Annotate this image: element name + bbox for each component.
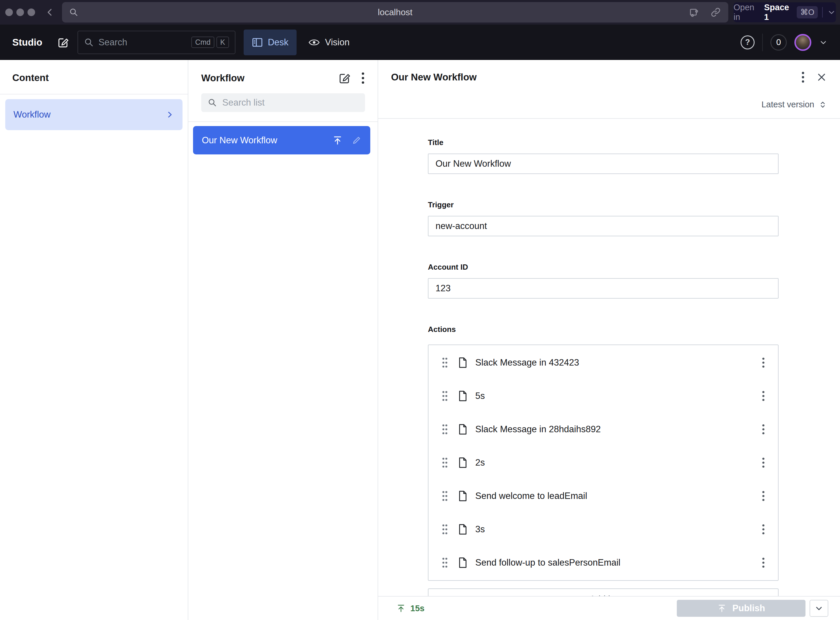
select-updown-icon[interactable] xyxy=(818,100,827,109)
list-item-our-new-workflow[interactable]: Our New Workflow xyxy=(193,126,370,154)
field-label: Actions xyxy=(428,325,778,334)
kebab-menu-icon xyxy=(361,72,365,84)
drag-handle-icon[interactable] xyxy=(441,357,449,369)
action-row[interactable]: 2s xyxy=(429,446,778,479)
kebab-menu-icon xyxy=(762,390,765,402)
publish-up-icon xyxy=(332,135,343,146)
list-pane-header: Workflow xyxy=(188,60,378,122)
action-row-label: 2s xyxy=(475,457,762,468)
action-row-menu-button[interactable] xyxy=(762,457,765,468)
document-icon xyxy=(458,524,468,535)
field-account-id: Account ID xyxy=(428,263,778,299)
add-item-label: Add item... xyxy=(589,594,633,596)
browser-chrome: localhost Open in Space 1 ⌘O xyxy=(0,0,840,24)
publish-up-icon xyxy=(396,603,406,613)
global-search-input[interactable] xyxy=(99,37,187,48)
chevron-down-icon[interactable] xyxy=(827,8,836,17)
publish-button[interactable]: Publish xyxy=(677,600,805,617)
version-select[interactable]: Latest version xyxy=(761,100,814,109)
zoom-window-button[interactable] xyxy=(27,9,35,16)
sidebar-item-label: Workflow xyxy=(14,109,166,120)
notifications-badge[interactable]: 0 xyxy=(771,34,787,51)
drag-handle-icon[interactable] xyxy=(441,490,449,502)
close-window-button[interactable] xyxy=(5,9,13,16)
publish-menu-button[interactable] xyxy=(810,600,828,617)
create-new-document-button[interactable] xyxy=(338,72,351,84)
action-row-menu-button[interactable] xyxy=(762,390,765,402)
help-button[interactable]: ? xyxy=(741,35,754,50)
trigger-field[interactable] xyxy=(428,216,778,236)
new-document-compose-button[interactable] xyxy=(57,36,69,48)
action-row-label: 5s xyxy=(475,391,762,401)
extensions-puzzle-icon[interactable] xyxy=(688,7,699,18)
drag-handle-icon[interactable] xyxy=(441,524,449,535)
link-icon[interactable] xyxy=(710,7,721,18)
studio-header: Studio Cmd K Desk Vision ? 0 xyxy=(0,24,840,60)
back-icon[interactable] xyxy=(45,7,55,17)
url-bar[interactable]: localhost xyxy=(62,2,728,23)
sidebar-item-workflow[interactable]: Workflow xyxy=(5,99,182,130)
document-icon xyxy=(458,423,468,435)
publish-label: Publish xyxy=(732,603,765,614)
tab-vision-label: Vision xyxy=(325,37,349,48)
window-controls xyxy=(5,9,35,16)
action-row-menu-button[interactable] xyxy=(762,524,765,535)
action-row-label: 3s xyxy=(475,524,762,534)
field-trigger: Trigger xyxy=(428,200,778,236)
list-search-input[interactable] xyxy=(222,97,358,108)
divider xyxy=(762,34,763,51)
action-row-menu-button[interactable] xyxy=(762,557,765,569)
list-item-label: Our New Workflow xyxy=(202,135,324,146)
action-row-menu-button[interactable] xyxy=(762,357,765,369)
document-menu-button[interactable] xyxy=(801,71,805,83)
close-pane-button[interactable] xyxy=(816,72,827,83)
document-icon xyxy=(458,557,468,569)
document-icon xyxy=(458,457,468,468)
kebab-menu-icon xyxy=(762,423,765,435)
document-footer: 15s Publish xyxy=(378,596,840,620)
field-label: Account ID xyxy=(428,263,778,272)
action-row[interactable]: 5s xyxy=(429,379,778,413)
main-area: Content Workflow Workflow xyxy=(0,60,840,620)
actions-list: Slack Message in 432423 5s xyxy=(428,345,778,581)
add-item-button[interactable]: Add item... xyxy=(428,588,778,596)
open-in-space-button[interactable]: Open in Space 1 ⌘O xyxy=(733,2,836,22)
kebab-menu-icon xyxy=(762,557,765,569)
url-text: localhost xyxy=(62,7,728,17)
action-row[interactable]: Slack Message in 432423 xyxy=(429,346,778,379)
drag-handle-icon[interactable] xyxy=(441,557,449,569)
search-icon xyxy=(208,98,217,107)
space-name: Space 1 xyxy=(764,3,793,22)
field-label: Trigger xyxy=(428,200,778,209)
minimize-window-button[interactable] xyxy=(17,9,24,16)
chevron-down-icon[interactable] xyxy=(819,38,828,47)
action-row-label: Slack Message in 28hdaihs892 xyxy=(475,424,762,435)
search-icon xyxy=(84,38,94,47)
tab-desk[interactable]: Desk xyxy=(244,30,297,55)
publish-up-icon xyxy=(717,603,727,613)
app-title: Studio xyxy=(12,37,42,48)
title-field[interactable] xyxy=(428,153,778,174)
global-search[interactable]: Cmd K xyxy=(78,31,235,54)
action-row[interactable]: Slack Message in 28hdaihs892 xyxy=(429,413,778,446)
list-pane-title: Workflow xyxy=(201,72,244,84)
document-title: Our New Workflow xyxy=(391,72,477,83)
tab-vision[interactable]: Vision xyxy=(300,30,358,55)
drag-handle-icon[interactable] xyxy=(441,423,449,435)
drag-handle-icon[interactable] xyxy=(441,457,449,468)
action-row-label: Send follow-up to salesPersonEmail xyxy=(475,557,762,568)
action-row-menu-button[interactable] xyxy=(762,423,765,435)
k-keycap: K xyxy=(217,36,229,48)
action-row[interactable]: 3s xyxy=(429,513,778,546)
kebab-menu-icon xyxy=(801,71,805,83)
account-id-field[interactable] xyxy=(428,278,778,299)
drag-handle-icon[interactable] xyxy=(441,390,449,402)
document-form: Title Trigger Account ID Actions xyxy=(378,119,840,596)
cmd-keycap: Cmd xyxy=(191,36,214,48)
list-search[interactable] xyxy=(201,93,365,112)
action-row[interactable]: Send follow-up to salesPersonEmail xyxy=(429,546,778,579)
action-row-menu-button[interactable] xyxy=(762,490,765,502)
list-menu-button[interactable] xyxy=(361,72,365,84)
action-row[interactable]: Send welcome to leadEmail xyxy=(429,479,778,513)
avatar[interactable] xyxy=(794,34,811,51)
